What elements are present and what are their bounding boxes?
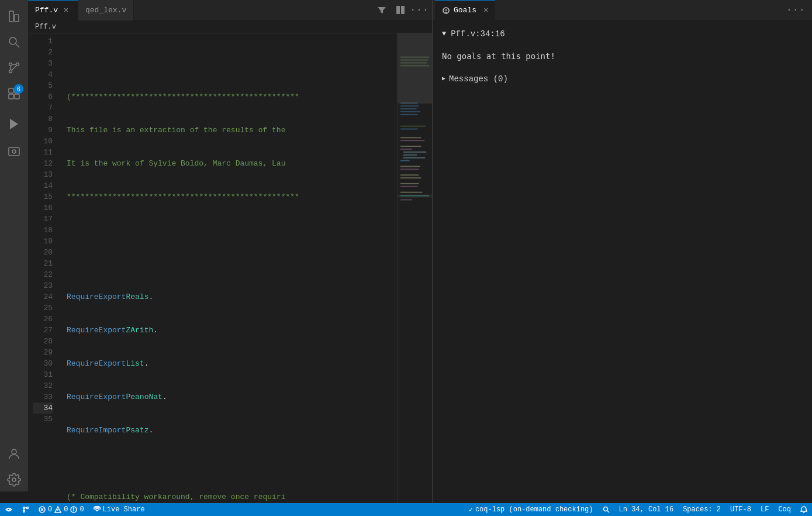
goals-messages[interactable]: ▶ Messages (0) [442, 73, 803, 85]
svg-rect-37 [400, 160, 410, 161]
status-left: 0 0 0 Live Share [0, 503, 150, 516]
tab-actions: ··· [374, 2, 432, 18]
svg-point-6 [9, 70, 12, 73]
code-line-1 [67, 58, 397, 69]
sidebar-item-search[interactable] [2, 30, 26, 54]
status-errors[interactable]: 0 0 0 [34, 503, 89, 516]
status-spaces[interactable]: Spaces: 2 [678, 503, 725, 516]
svg-point-4 [9, 63, 12, 66]
status-live-share[interactable]: Live Share [89, 503, 150, 516]
code-line-14: (* Compatibility workaround, remove once… [67, 491, 397, 503]
editor-area: Pff.v × qed_lex.v ··· Pff.v [28, 0, 432, 503]
remote-icon [5, 505, 13, 514]
tab-more-btn[interactable]: ··· [411, 2, 427, 18]
svg-rect-36 [403, 157, 425, 159]
svg-line-3 [16, 44, 19, 47]
svg-rect-18 [398, 50, 432, 487]
svg-rect-0 [9, 11, 13, 22]
tab-split-btn[interactable] [392, 2, 409, 18]
svg-point-51 [8, 508, 10, 511]
sidebar-item-coq[interactable] [2, 140, 26, 164]
minimap-slider[interactable] [398, 33, 432, 104]
svg-rect-8 [15, 88, 19, 93]
goals-tab-more-btn[interactable]: ··· [782, 4, 810, 16]
svg-point-52 [23, 507, 25, 509]
goals-tab-bar: Goals × ··· [433, 0, 812, 20]
svg-rect-38 [400, 166, 420, 167]
bell-icon [800, 506, 807, 513]
code-line-10: Require Export List. [67, 358, 397, 369]
code-line-13 [67, 458, 397, 469]
code-line-4: It is the work of Sylvie Boldo, Marc Dau… [67, 158, 397, 169]
goals-tab[interactable]: Goals × [435, 0, 495, 20]
code-line-7 [67, 258, 397, 269]
svg-rect-47 [400, 199, 412, 201]
status-position-label: Ln 34, Col 16 [619, 505, 674, 514]
status-position[interactable]: Ln 34, Col 16 [614, 503, 679, 516]
sidebar-item-source-control[interactable] [2, 56, 26, 80]
code-editor[interactable]: 1 2 3 4 5 6 7 8 9 10 11 12 13 14 15 16 1… [28, 33, 432, 503]
svg-rect-41 [400, 177, 421, 178]
sidebar-item-explorer[interactable] [2, 5, 26, 28]
tab-pff[interactable]: Pff.v × [28, 0, 78, 20]
status-branch[interactable] [18, 503, 34, 516]
code-line-8: Require Export Reals. [67, 291, 397, 302]
status-bar: 0 0 0 Live Share ✓ coq-lsp (on [0, 503, 812, 516]
svg-rect-39 [400, 168, 419, 170]
status-check-icon: ✓ [469, 505, 473, 514]
goals-location: ▼ Pff.v:34:16 [442, 27, 803, 40]
svg-point-53 [23, 511, 25, 512]
tab-pff-close[interactable]: × [61, 6, 71, 15]
svg-rect-44 [400, 192, 422, 193]
code-line-6 [67, 225, 397, 236]
svg-rect-9 [9, 94, 13, 99]
code-line-5: ****************************************… [67, 191, 397, 202]
svg-rect-29 [400, 129, 418, 130]
goals-location-collapse-icon[interactable]: ▼ [442, 29, 446, 40]
svg-rect-24 [400, 105, 419, 106]
status-coq-lsp[interactable]: ✓ coq-lsp (on-demand checking) [464, 503, 598, 516]
broadcast-icon [94, 506, 101, 513]
status-search-btn[interactable] [598, 503, 614, 516]
code-content[interactable]: (***************************************… [57, 33, 397, 503]
status-language[interactable]: Coq [773, 503, 796, 516]
badge: 6 [14, 84, 23, 94]
code-line-2: (***************************************… [67, 91, 397, 102]
svg-rect-10 [15, 94, 19, 99]
svg-rect-42 [400, 183, 419, 184]
branch-icon [22, 506, 29, 513]
status-line-endings[interactable]: LF [756, 503, 773, 516]
minimap[interactable] [397, 33, 432, 503]
tab-qed-lex[interactable]: qed_lex.v [78, 0, 134, 20]
goals-messages-label: Messages (0) [449, 73, 508, 85]
main-area: Pff.v × qed_lex.v ··· Pff.v [28, 0, 812, 503]
svg-point-13 [12, 150, 16, 153]
svg-line-65 [607, 511, 609, 512]
status-encoding[interactable]: UTF-8 [725, 503, 756, 516]
svg-rect-12 [9, 147, 19, 156]
sidebar-item-run[interactable] [2, 112, 26, 136]
svg-point-62 [74, 508, 74, 508]
goals-content: ▼ Pff.v:34:16 No goals at this point! ▶ … [433, 20, 812, 503]
activity-bar: 6 [0, 0, 28, 491]
svg-rect-34 [403, 152, 426, 153]
goals-no-goals: No goals at this point! [442, 50, 803, 63]
svg-point-14 [12, 449, 16, 454]
svg-rect-28 [400, 126, 426, 127]
svg-point-50 [446, 12, 447, 12]
sidebar-item-settings[interactable] [2, 468, 26, 491]
goals-tab-close[interactable]: × [483, 6, 488, 15]
status-bell[interactable] [796, 503, 812, 516]
code-line-3: This file is an extraction of the result… [67, 125, 397, 136]
sidebar-item-account[interactable] [2, 442, 26, 466]
svg-point-63 [96, 508, 98, 511]
svg-rect-35 [403, 154, 417, 156]
goals-panel: Goals × ··· ▼ Pff.v:34:16 No goals at th… [432, 0, 812, 503]
status-info-count: 0 [80, 505, 84, 514]
svg-rect-43 [400, 186, 418, 187]
svg-rect-31 [400, 140, 424, 141]
status-remote-btn[interactable] [0, 503, 18, 516]
tab-filter-btn[interactable] [374, 2, 390, 18]
status-encoding-label: UTF-8 [730, 505, 751, 514]
sidebar-item-extensions[interactable]: 6 [2, 82, 26, 105]
